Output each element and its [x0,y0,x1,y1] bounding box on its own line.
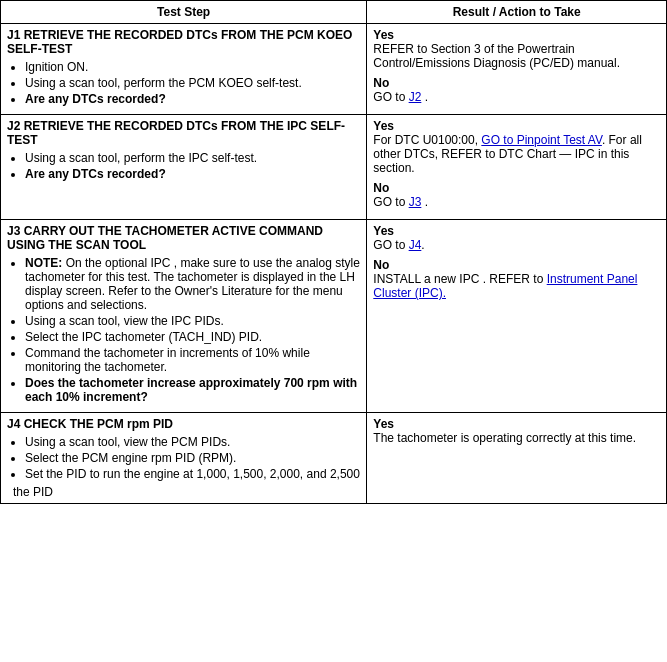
j1-result-cell: Yes REFER to Section 3 of the Powertrain… [367,24,667,115]
table-row: J2 RETRIEVE THE RECORDED DTCs FROM THE I… [1,115,667,220]
list-item: Select the IPC tachometer (TACH_IND) PID… [25,330,360,344]
list-item: Using a scan tool, perform the IPC self-… [25,151,360,165]
list-item: Select the PCM engine rpm PID (RPM). [25,451,360,465]
j2-yes-block: Yes For DTC U0100:00, GO to Pinpoint Tes… [373,119,660,175]
j2-header: J2 RETRIEVE THE RECORDED DTCs FROM THE I… [7,119,360,147]
list-item: Using a scan tool, view the IPC PIDs. [25,314,360,328]
j1-yes-label: Yes [373,28,394,42]
j2-yes-text-before: For DTC U0100:00, [373,133,481,147]
j1-step-list: Ignition ON. Using a scan tool, perform … [25,60,360,106]
j3-no-block: No INSTALL a new IPC . REFER to Instrume… [373,258,660,300]
j4-yes-text: The tachometer is operating correctly at… [373,431,636,445]
j1-no-block: No GO to J2 . [373,76,660,104]
j3-yes-block: Yes GO to J4. [373,224,660,252]
j1-header: J1 RETRIEVE THE RECORDED DTCs FROM THE P… [7,28,360,56]
j3-header: J3 CARRY OUT THE TACHOMETER ACTIVE COMMA… [7,224,360,252]
j2-no-text: GO to [373,195,408,209]
j2-yes-link1[interactable]: GO to Pinpoint Test AV [481,133,602,147]
list-item: Set the PID to run the engine at 1,000, … [25,467,360,481]
list-item: Ignition ON. [25,60,360,74]
j3-step-cell: J3 CARRY OUT THE TACHOMETER ACTIVE COMMA… [1,220,367,413]
j3-yes-text: GO to [373,238,408,252]
j4-result-cell: Yes The tachometer is operating correctl… [367,413,667,504]
j2-no-link[interactable]: J3 [409,195,422,209]
j3-step-list: NOTE: On the optional IPC , make sure to… [25,256,360,404]
j3-yes-link[interactable]: J4 [409,238,422,252]
j2-yes-label: Yes [373,119,394,133]
j4-step-cell: J4 CHECK THE PCM rpm PID Using a scan to… [1,413,367,504]
col-header-step: Test Step [1,1,367,24]
j1-step-cell: J1 RETRIEVE THE RECORDED DTCs FROM THE P… [1,24,367,115]
list-item: Command the tachometer in increments of … [25,346,360,374]
j4-footer-text: the PID [7,485,360,499]
list-item: Are any DTCs recorded? [25,167,360,181]
j4-header: J4 CHECK THE PCM rpm PID [7,417,360,431]
table-row: J3 CARRY OUT THE TACHOMETER ACTIVE COMMA… [1,220,667,413]
j3-yes-label: Yes [373,224,394,238]
j3-no-label: No [373,258,389,272]
table-row: J4 CHECK THE PCM rpm PID Using a scan to… [1,413,667,504]
list-item: NOTE: On the optional IPC , make sure to… [25,256,360,312]
list-item: Using a scan tool, perform the PCM KOEO … [25,76,360,90]
j4-yes-label: Yes [373,417,394,431]
j2-step-list: Using a scan tool, perform the IPC self-… [25,151,360,181]
j2-no-block: No GO to J3 . [373,181,660,209]
j1-no-link[interactable]: J2 [409,90,422,104]
j1-no-text: GO to [373,90,408,104]
j4-yes-block: Yes The tachometer is operating correctl… [373,417,660,445]
table-row: J1 RETRIEVE THE RECORDED DTCs FROM THE P… [1,24,667,115]
j1-yes-text: REFER to Section 3 of the Powertrain Con… [373,42,620,70]
j1-yes-block: Yes REFER to Section 3 of the Powertrain… [373,28,660,70]
j2-step-cell: J2 RETRIEVE THE RECORDED DTCs FROM THE I… [1,115,367,220]
col-header-result: Result / Action to Take [367,1,667,24]
j2-no-label: No [373,181,389,195]
j3-no-text: INSTALL a new IPC . REFER to [373,272,546,286]
j3-result-cell: Yes GO to J4. No INSTALL a new IPC . REF… [367,220,667,413]
j1-no-label: No [373,76,389,90]
list-item: Are any DTCs recorded? [25,92,360,106]
list-item: Using a scan tool, view the PCM PIDs. [25,435,360,449]
j2-result-cell: Yes For DTC U0100:00, GO to Pinpoint Tes… [367,115,667,220]
list-item: Does the tachometer increase approximate… [25,376,360,404]
j4-step-list: Using a scan tool, view the PCM PIDs. Se… [25,435,360,481]
